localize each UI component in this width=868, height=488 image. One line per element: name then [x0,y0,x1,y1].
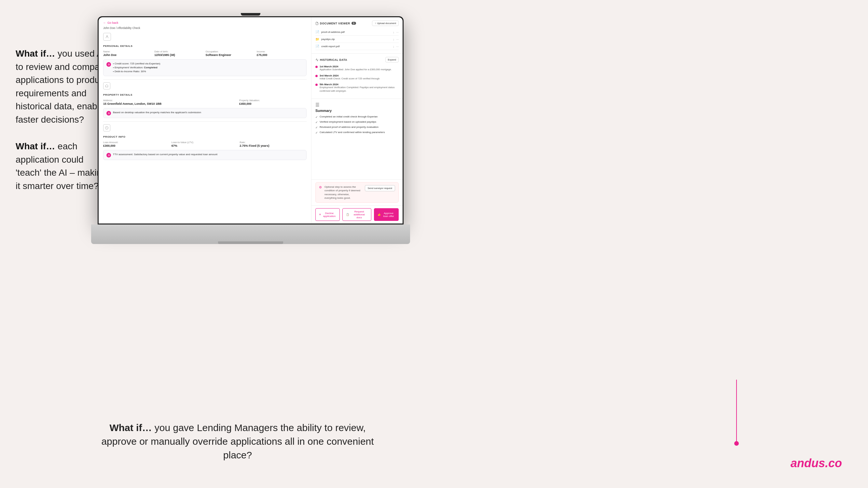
summary-item-3: ✓ Reviewed proof of address and property… [315,126,399,129]
breadcrumb-home[interactable]: John Doe [103,26,115,30]
download-icon-3[interactable]: ↓ [393,45,395,48]
summary-icon: ☰ [315,102,399,107]
document-icon [315,22,319,25]
loan-field: Loan Amount: £300,000 [103,141,170,148]
valuation-field: Property Valuation: £450,000 [239,99,307,105]
timeline-content-3: 5th March 2024 Employment Verification C… [319,83,399,93]
timeline-date-3: 5th March 2024 [319,83,399,86]
summary-text-2: Verified employment based on uploaded pa… [319,120,376,123]
expand-button[interactable]: Expand [385,57,399,62]
check-icon-1: ✓ [315,116,318,119]
approve-vertical-line [736,380,737,445]
what-if-bold-1: What if… [16,48,55,59]
back-arrow-icon: ← [103,21,106,24]
product-insight-box: ⚙ TTV assessment: Satisfactory based on … [103,150,307,160]
survey-text: Optional step to assess the condition of… [324,185,362,200]
doc-name-3[interactable]: credit-report.pdf [321,45,391,48]
decline-application-button[interactable]: ✕ Decline application [315,208,340,221]
breadcrumb: John Doe / Affordability Check [103,26,307,30]
download-icon-1[interactable]: ↓ [393,31,395,34]
laptop-screen: ← Go back John Doe / Affordability Check [98,16,404,225]
valuation-label: Property Valuation: [239,99,307,102]
occupation-label: Occupation: [206,50,255,53]
address-value: 15 Greenfield Avenue, London, SW10 1BB [103,102,161,105]
property-insight-box: ⚙ Based on desktop valuation the propert… [103,108,307,118]
timeline-desc-2: Initial Credit Check: Credit score of 72… [319,77,399,81]
doc-actions-1: ↓ ··· [393,31,399,34]
laptop-frame: ← Go back John Doe / Affordability Check [91,16,410,244]
zip-icon: 📁 [315,37,319,41]
personal-details-grid: Name: John Doe Date of birth: 12/03/1985… [103,50,307,57]
andus-branding: andus.co [790,456,842,470]
doc-count-badge: 3 [351,22,356,25]
doc-viewer-header: DOCUMENT VIEWER 3 ↑ Upload document [315,21,399,26]
approve-line-dot [734,441,739,446]
send-surveyor-button[interactable]: Send surveyor request [365,185,395,191]
decline-label: Decline application [322,212,336,218]
decline-icon: ✕ [319,213,321,216]
timeline-desc-1: Application Submitted: John Doe applied … [319,68,399,72]
download-icon-2[interactable]: ↓ [393,38,395,41]
rate-label: Rate: [240,141,307,144]
dob-field: Date of birth: 12/03/1985 (38) [154,50,204,57]
personal-insight-line2: • Employment Verification: Completed [113,66,157,69]
timeline-desc-3: Employment Verification Completed: Paysl… [319,86,399,93]
pdf-icon-1: 📄 [315,30,319,34]
upload-label: Upload document [377,22,396,25]
product-icon [103,124,110,131]
property-details-title: PROPERTY DETAILS [103,93,307,96]
historical-data-header: HISTORICAL DATA Expand [315,57,399,62]
personal-insight-line3: • Debt-to-Income Ratio: 30% [113,70,146,73]
bottom-what-if-bold: What if… [110,422,152,433]
request-docs-button[interactable]: 📋 Request additional docs [342,208,371,221]
approve-loan-button[interactable]: 👍 Approve loan offer [374,208,399,221]
timeline-dot-3 [315,84,318,86]
timeline-item-1: 1st March 2024 Application Submitted: Jo… [315,65,399,72]
dob-value: 12/03/1985 (38) [154,53,175,57]
app-container: ← Go back John Doe / Affordability Check [99,17,403,224]
check-icon-2: ✓ [315,121,318,124]
timeline-item-3: 5th March 2024 Employment Verification C… [315,83,399,93]
historical-data-panel: HISTORICAL DATA Expand 1st March 2024 Ap… [311,54,403,99]
doc-name-2[interactable]: payslips.zip [321,38,391,41]
doc-name-1[interactable]: proof-of-address.pdf [321,31,391,33]
ai-insight-icon-3: ⚙ [106,153,111,158]
go-back-link[interactable]: ← Go back [103,21,307,24]
left-panel: ← Go back John Doe / Affordability Check [99,17,311,224]
historical-data-title: HISTORICAL DATA [315,58,347,62]
doc-row-3: 📄 credit-report.pdf ↓ ··· [315,43,399,50]
valuation-value: £450,000 [239,102,252,105]
survey-icon: ⚙ [319,186,322,189]
check-icon-4: ✓ [315,131,318,134]
doc-actions-3: ↓ ··· [393,45,399,48]
divider-1 [103,79,307,80]
address-label: Address: [103,99,238,102]
ai-insight-icon-2: ⚙ [106,111,111,116]
summary-item-1: ✓ Completed an initial credit check thro… [315,115,399,119]
loan-value: £300,000 [103,144,116,148]
more-icon-1[interactable]: ··· [396,31,399,34]
personal-insight-box: ⚙ • Credit score: 725 (verified via Expe… [103,59,307,76]
doc-actions-2: ↓ ··· [393,38,399,41]
product-info-title: PRODUCT INFO [103,135,307,138]
laptop-camera [241,13,260,15]
more-icon-2[interactable]: ··· [396,38,399,41]
timeline-dot-1 [315,66,318,68]
summary-title: Summary [315,109,399,112]
timeline-item-2: 3rd March 2024 Initial Credit Check: Cre… [315,74,399,81]
timeline-date-2: 3rd March 2024 [319,74,399,77]
approve-label: Approve loan offer [382,212,395,218]
doc-viewer-title: DOCUMENT VIEWER 3 [315,22,356,25]
more-icon-3[interactable]: ··· [396,45,399,48]
income-value: £75,000 [257,53,268,57]
property-details-grid: Address: 15 Greenfield Avenue, London, S… [103,99,307,105]
timeline-content-2: 3rd March 2024 Initial Credit Check: Cre… [319,74,399,81]
upload-document-button[interactable]: ↑ Upload document [372,21,399,26]
doc-row-1: 📄 proof-of-address.pdf ↓ ··· [315,29,399,36]
breadcrumb-current: Affordability Check [117,26,140,30]
bottom-text-area: What if… you gave Lending Managers the a… [91,421,384,462]
rate-field: Rate: 2.75% Fixed (5 years) [240,141,307,148]
timeline-date-1: 1st March 2024 [319,65,399,68]
upload-icon: ↑ [375,22,376,25]
timeline: 1st March 2024 Application Submitted: Jo… [315,65,399,93]
